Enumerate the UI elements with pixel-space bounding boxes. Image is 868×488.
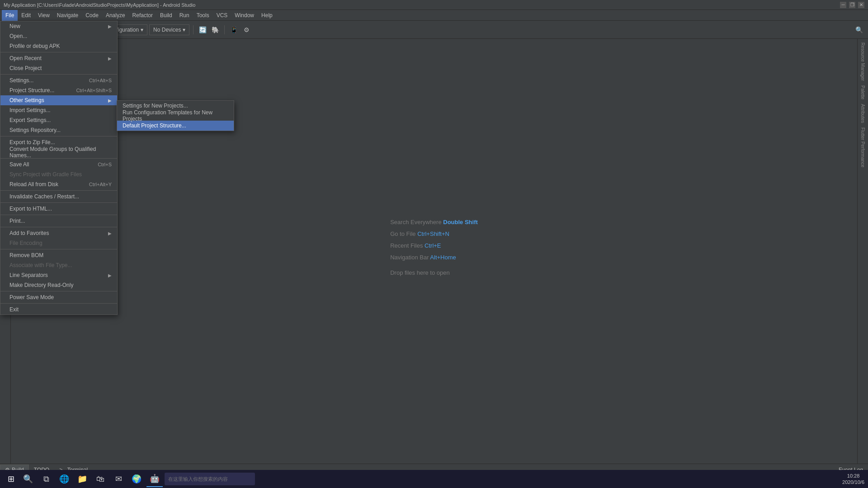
menu-item-print[interactable]: Print... <box>0 216 117 226</box>
search-everywhere-toolbar-button[interactable]: 🔍 <box>854 24 864 35</box>
menu-item-file-encoding: File Encoding <box>0 238 117 248</box>
menu-item-sync-gradle: Sync Project with Gradle Files <box>0 169 117 179</box>
menu-analyze[interactable]: Analyze <box>102 10 129 21</box>
menu-item-add-favorites[interactable]: Add to Favorites ▶ <box>0 228 117 238</box>
taskbar-right: 10:28 2020/10/6 <box>842 473 864 486</box>
menu-item-profile-debug[interactable]: Profile or debug APK <box>0 41 117 51</box>
menu-navigate[interactable]: Navigate <box>53 10 82 21</box>
menu-item-settings-repo[interactable]: Settings Repository... <box>0 125 117 135</box>
submenu-item-run-config-templates[interactable]: Run Configuration Templates for New Proj… <box>117 111 234 121</box>
menu-item-associate-file: Associate with File Type... <box>0 260 117 270</box>
drop-files-hint: Drop files here to open <box>390 267 478 279</box>
menu-item-exit[interactable]: Exit <box>0 305 117 314</box>
main-layout: 📁 🎨 ⎇ ★ New ▶ Open... Profile or debug A… <box>0 39 868 464</box>
taskbar-store[interactable]: 🛍 <box>92 471 108 487</box>
sync-button[interactable]: 🔄 <box>197 24 208 35</box>
taskbar-android-studio[interactable]: 🤖 <box>146 471 163 487</box>
menu-item-new[interactable]: New ▶ <box>0 21 117 31</box>
taskbar-edge[interactable]: 🌐 <box>56 471 72 487</box>
menu-view[interactable]: View <box>34 10 53 21</box>
minimize-button[interactable]: ─ <box>840 2 846 8</box>
menu-vcs[interactable]: VCS <box>213 10 231 21</box>
dropdown-separator-8 <box>0 227 117 227</box>
menu-item-invalidate-caches[interactable]: Invalidate Caches / Restart... <box>0 192 117 202</box>
no-devices-arrow: ▾ <box>183 27 185 33</box>
menu-build[interactable]: Build <box>156 10 176 21</box>
sidebar-item-flutter-performance[interactable]: Flutter Performance <box>859 126 866 169</box>
taskbar-chrome[interactable]: 🌍 <box>128 471 145 487</box>
taskbar-folder[interactable]: 📁 <box>74 471 90 487</box>
sdk-button[interactable]: ⚙ <box>241 24 252 35</box>
menu-bar: File Edit View Navigate Code Analyze Ref… <box>0 10 868 21</box>
dropdown-separator-6 <box>0 202 117 203</box>
right-sidebar: Resource Manager Palette Attributes Flut… <box>857 39 868 464</box>
taskbar-time: 10:28 <box>842 473 864 479</box>
menu-item-close-project[interactable]: Close Project <box>0 63 117 73</box>
start-button[interactable]: ⊞ <box>4 472 18 486</box>
menu-file[interactable]: File <box>2 10 18 21</box>
menu-item-remove-bom[interactable]: Remove BOM <box>0 250 117 260</box>
menu-item-power-save[interactable]: Power Save Mode <box>0 292 117 302</box>
taskbar-task-view[interactable]: ⧉ <box>38 471 54 487</box>
title-bar: My Application [C:\Users\Fulade\AndroidS… <box>0 0 868 10</box>
no-devices-label: No Devices <box>153 27 181 33</box>
dropdown-separator-11 <box>0 303 117 304</box>
menu-item-make-readonly[interactable]: Make Directory Read-Only <box>0 280 117 290</box>
search-everywhere-hint: Search Everywhere Double Shift <box>390 216 478 228</box>
menu-tools[interactable]: Tools <box>193 10 213 21</box>
windows-taskbar: ⊞ 🔍 ⧉ 🌐 📁 🛍 ✉ 🌍 🤖 10:28 2020/10/6 <box>0 470 868 488</box>
window-controls: ─ ❐ ✕ <box>840 2 864 8</box>
menu-refactor[interactable]: Refactor <box>129 10 156 21</box>
dropdown-separator-2 <box>0 74 117 75</box>
menu-code[interactable]: Code <box>82 10 102 21</box>
recent-files-hint: Recent Files Ctrl+E <box>390 240 478 252</box>
dropdown-separator-7 <box>0 215 117 215</box>
menu-item-settings[interactable]: Settings... Ctrl+Alt+S <box>0 75 117 85</box>
menu-run[interactable]: Run <box>176 10 193 21</box>
taskbar-mail[interactable]: ✉ <box>110 471 127 487</box>
add-configuration-arrow: ▾ <box>141 27 143 33</box>
menu-item-import-settings[interactable]: Import Settings... <box>0 105 117 115</box>
menu-item-save-all[interactable]: Save All Ctrl+S <box>0 160 117 169</box>
window-title: My Application [C:\Users\Fulade\AndroidS… <box>4 2 195 8</box>
dropdown-separator-5 <box>0 190 117 191</box>
menu-item-reload-disk[interactable]: Reload All from Disk Ctrl+Alt+Y <box>0 179 117 189</box>
avd-button[interactable]: 📱 <box>228 24 239 35</box>
menu-window[interactable]: Window <box>231 10 258 21</box>
gradle-button[interactable]: 🐘 <box>210 24 221 35</box>
menu-item-export-html[interactable]: Export to HTML... <box>0 204 117 214</box>
close-button[interactable]: ✕ <box>858 2 864 8</box>
go-to-file-hint: Go to File Ctrl+Shift+N <box>390 228 478 240</box>
no-devices-button[interactable]: No Devices ▾ <box>149 24 189 35</box>
menu-item-other-settings[interactable]: Other Settings ▶ <box>0 95 117 105</box>
menu-item-export-settings[interactable]: Export Settings... <box>0 115 117 125</box>
menu-item-project-structure[interactable]: Project Structure... Ctrl+Alt+Shift+S <box>0 85 117 95</box>
file-menu-dropdown: New ▶ Open... Profile or debug APK Open … <box>0 21 118 315</box>
taskbar-search-button[interactable]: 🔍 <box>20 471 36 487</box>
taskbar-date: 2020/10/6 <box>842 479 864 485</box>
menu-item-convert-module[interactable]: Convert Module Groups to Qualified Names… <box>0 147 117 157</box>
toolbar-separator-4 <box>224 25 225 34</box>
sidebar-item-palette[interactable]: Palette <box>859 84 866 101</box>
navigation-bar-hint: Navigation Bar Alt+Home <box>390 252 478 263</box>
menu-item-open[interactable]: Open... <box>0 31 117 41</box>
menu-edit[interactable]: Edit <box>18 10 34 21</box>
dropdown-separator-1 <box>0 52 117 52</box>
menu-help[interactable]: Help <box>258 10 276 21</box>
welcome-content: Search Everywhere Double Shift Go to Fil… <box>390 216 478 279</box>
toolbar: ◀ ▶ ▶ 🐛 ⏱ ⏹ Add Configuration ▾ No Devic… <box>0 21 868 39</box>
sidebar-item-resource-manager[interactable]: Resource Manager <box>859 41 866 83</box>
submenu-item-default-project-structure[interactable]: Default Project Structure... <box>117 121 234 131</box>
menu-item-line-separators[interactable]: Line Separators ▶ <box>0 270 117 280</box>
dropdown-separator-10 <box>0 291 117 291</box>
menu-item-open-recent[interactable]: Open Recent ▶ <box>0 53 117 63</box>
taskbar-clock: 10:28 2020/10/6 <box>842 473 864 486</box>
dropdown-separator-3 <box>0 136 117 136</box>
dropdown-separator-9 <box>0 249 117 249</box>
restore-button[interactable]: ❐ <box>849 2 855 8</box>
taskbar-search-input[interactable] <box>165 473 255 485</box>
sidebar-item-attributes[interactable]: Attributes <box>859 102 866 125</box>
other-settings-submenu: Settings for New Projects... Run Configu… <box>117 100 234 131</box>
toolbar-separator-3 <box>193 25 193 34</box>
